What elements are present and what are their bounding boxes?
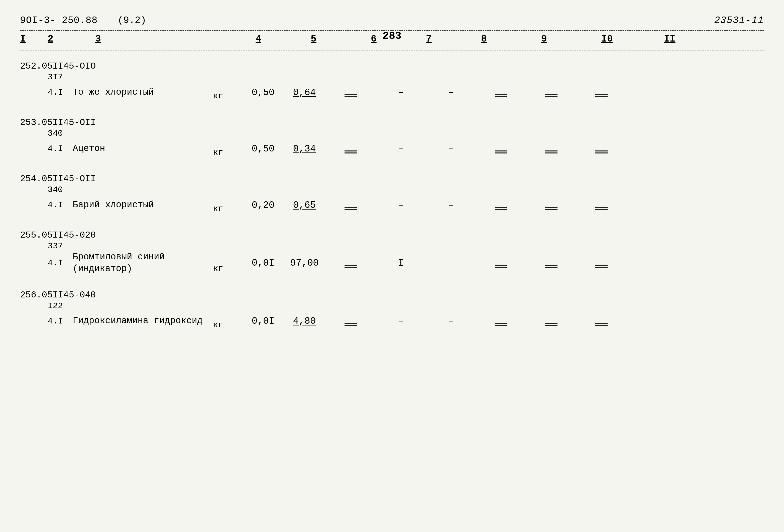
entry-main-row: 4.I Барий хлористый кг 0,20 0,65 – –: [20, 195, 764, 215]
entry-val1: 0,0I: [243, 316, 283, 326]
eq-symbol: [595, 150, 608, 153]
entry-col9: [476, 316, 526, 326]
entry-code1: 254.05II45-OII: [20, 174, 764, 184]
entry-unit: кг: [213, 320, 243, 331]
eq-symbol: [595, 94, 608, 97]
entry-col10: [526, 87, 576, 98]
entry-name: Ацетон: [73, 143, 213, 155]
entry-unit: кг: [213, 264, 243, 275]
entry-col11: [576, 200, 626, 211]
entry-col8: –: [426, 87, 476, 98]
entry-col8: –: [426, 144, 476, 154]
eq-symbol: [545, 265, 558, 268]
entry-val1: 0,20: [243, 200, 283, 211]
eq-symbol: [344, 323, 357, 326]
eq-symbol: [344, 207, 357, 210]
eq-symbol: [344, 265, 357, 268]
entry-col7: –: [376, 144, 426, 154]
entry-num: 4.I: [48, 258, 73, 268]
eq-symbol: [545, 150, 558, 153]
entry-val1: 0,50: [243, 144, 283, 154]
table-row: 254.05II45-OII 340 4.I Барий хлористый к…: [20, 174, 764, 215]
header-left: 9OI-3- 250.88: [20, 15, 97, 26]
entry-code1: 252.05II45-OIO: [20, 61, 764, 71]
table-row: 255.05II45-020 337 4.I Бромтиловый синий…: [20, 230, 764, 275]
eq-symbol: [495, 265, 507, 268]
entry-val2: 97,00: [283, 258, 326, 268]
page: 9OI-3- 250.88 (9.2) 23531-11 283 I 2 3 4…: [20, 15, 764, 517]
entry-col10: [526, 144, 576, 154]
entry-val1: 0,50: [243, 87, 283, 98]
eq-symbol: [595, 265, 608, 268]
eq-symbol: [545, 323, 558, 326]
entry-num: 4.I: [48, 317, 73, 326]
entry-main-row: 4.I Гидроксиламина гидроксид кг 0,0I 4,8…: [20, 311, 764, 331]
entry-num: 4.I: [48, 88, 73, 97]
entry-num: 4.I: [48, 144, 73, 153]
eq-symbol: [495, 94, 507, 97]
entry-num: 4.I: [48, 200, 73, 210]
entry-val2: 0,64: [283, 87, 326, 98]
eq-symbol: [545, 207, 558, 210]
entry-code2: 337: [48, 241, 764, 251]
entry-col8: –: [426, 200, 476, 211]
entry-col9: [476, 144, 526, 154]
entry-col7: I: [376, 258, 426, 268]
entry-code1: 256.05II45-040: [20, 290, 764, 300]
col-header-3: 3: [95, 34, 101, 44]
table-row: 256.05II45-040 I22 4.I Гидроксиламина ги…: [20, 290, 764, 331]
col-header-2: 2: [48, 34, 53, 44]
entry-col8: –: [426, 316, 476, 326]
entry-col11: [576, 87, 626, 98]
entry-col11: [576, 144, 626, 154]
entry-unit: кг: [213, 91, 243, 102]
table-row: 252.05II45-OIO 3I7 4.I То же хлористый к…: [20, 61, 764, 102]
col-header-7: 7: [426, 34, 432, 44]
col-header-9: 9: [541, 34, 547, 44]
entry-main-row: 4.I Бромтиловый синий(индикатор) кг 0,0I…: [20, 252, 764, 275]
entry-col9: [476, 258, 526, 268]
entry-col10: [526, 200, 576, 211]
entry-col6: [326, 87, 376, 98]
entry-code2: 3I7: [48, 72, 764, 82]
entry-col7: –: [376, 200, 426, 211]
eq-symbol: [344, 94, 357, 97]
entry-col11: [576, 316, 626, 326]
entry-unit: кг: [213, 148, 243, 159]
col-header-5: 5: [311, 34, 316, 44]
entry-name: То же хлористый: [73, 87, 213, 98]
entry-col7: –: [376, 316, 426, 326]
table-row: 253.05II45-OII 340 4.I Ацетон кг 0,50 0,…: [20, 117, 764, 159]
col-header-6: 6: [371, 34, 376, 44]
eq-symbol: [344, 150, 357, 153]
entry-name: Барий хлористый: [73, 199, 213, 211]
entry-val1: 0,0I: [243, 258, 283, 268]
entry-col8: –: [426, 258, 476, 268]
entry-val2: 4,80: [283, 316, 326, 326]
eq-symbol: [495, 323, 507, 326]
header-row: 9OI-3- 250.88 (9.2) 23531-11: [20, 15, 764, 26]
entry-name: Гидроксиламина гидроксид: [73, 315, 213, 327]
eq-symbol: [495, 207, 507, 210]
entry-name: Бромтиловый синий(индикатор): [73, 252, 213, 275]
col-header-11: II: [664, 34, 675, 44]
header-right: 23531-11: [715, 15, 764, 26]
eq-symbol: [595, 323, 608, 326]
col-header-4: 4: [256, 34, 261, 44]
entry-col9: [476, 87, 526, 98]
col-header-8: 8: [481, 34, 487, 44]
entry-col11: [576, 258, 626, 268]
entry-col6: [326, 258, 376, 268]
col-header-1: I: [20, 34, 26, 44]
entry-code2: 340: [48, 129, 764, 138]
entry-main-row: 4.I То же хлористый кг 0,50 0,64 – –: [20, 82, 764, 102]
entry-col6: [326, 316, 376, 326]
eq-symbol: [595, 207, 608, 210]
col-header-10: I0: [601, 34, 613, 44]
entry-main-row: 4.I Ацетон кг 0,50 0,34 – –: [20, 139, 764, 159]
eq-symbol: [495, 150, 507, 153]
entry-col10: [526, 316, 576, 326]
entry-val2: 0,65: [283, 200, 326, 211]
entry-col10: [526, 258, 576, 268]
entry-code1: 253.05II45-OII: [20, 117, 764, 128]
